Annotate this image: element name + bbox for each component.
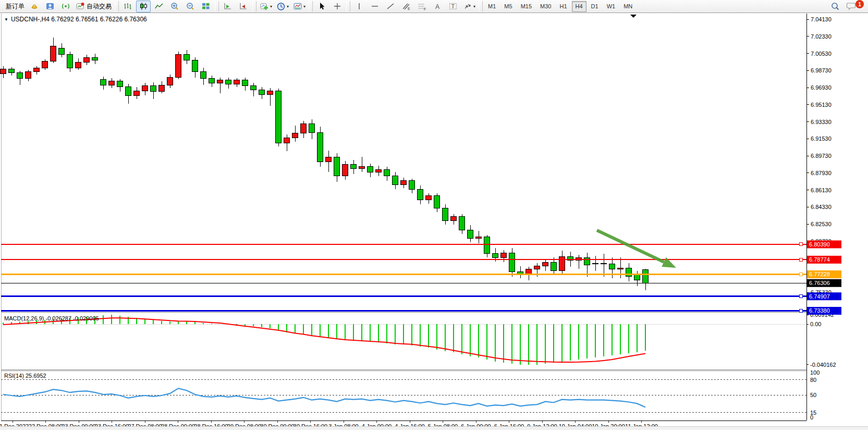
timeframe-button-h1[interactable]: H1 [556, 1, 570, 12]
line-chart-mode-icon[interactable] [152, 1, 166, 13]
chart-window[interactable]: ▼ USDCNH-,H4 6.76292 6.76561 6.76226 6.7… [0, 14, 868, 430]
candle [92, 54, 98, 64]
candle [301, 121, 307, 138]
hline-6.80390[interactable]: 6.80390 [1, 240, 841, 248]
arrows-tool-button[interactable]: ▾ [461, 1, 477, 13]
zoom-in-icon[interactable] [167, 1, 182, 13]
candle [276, 89, 282, 146]
auto-scroll-icon[interactable] [221, 1, 235, 13]
timeframe-button-h4[interactable]: H4 [572, 1, 586, 12]
candle [476, 231, 482, 243]
price-tick-label: 6.93330 [811, 119, 832, 125]
price-tick-label: 6.82530 [811, 221, 832, 227]
candle [51, 38, 56, 63]
candle [368, 164, 373, 177]
line-drag-handle[interactable] [799, 258, 802, 261]
candlestick-chart-mode-icon[interactable] [136, 1, 151, 13]
text-label-tool-button[interactable]: T [446, 1, 460, 13]
rsi-axis-label: 80 [810, 377, 816, 383]
periods-button[interactable]: ▾ [275, 1, 290, 13]
notification-badge[interactable]: 1 [855, 0, 864, 8]
candle [284, 134, 290, 152]
price-tick-label: 6.84330 [811, 204, 832, 210]
templates-button[interactable]: ▾ [291, 1, 307, 13]
chart-title-ohlc: USDCNH-,H4 6.76292 6.76561 6.76226 6.763… [11, 16, 147, 23]
candle [518, 266, 523, 279]
timeframe-button-m5[interactable]: M5 [500, 1, 516, 12]
text-tool-button[interactable]: A [430, 1, 445, 13]
candle [126, 84, 131, 104]
line-drag-handle[interactable] [799, 243, 802, 246]
macd-axis-label: 0.00 [810, 321, 821, 327]
candle [351, 160, 357, 174]
candle [234, 78, 240, 86]
new-order-button[interactable]: 新订单 [3, 1, 26, 13]
timeframe-button-d1[interactable]: D1 [588, 1, 602, 12]
horizontal-line-tool-button[interactable] [368, 1, 382, 13]
price-tick-label: 6.91530 [811, 135, 832, 142]
toolbar-separator [252, 1, 256, 11]
timeframe-button-m15[interactable]: M15 [517, 1, 535, 12]
timeframe-button-w1[interactable]: W1 [603, 1, 619, 12]
scroll-marker-icon[interactable] [630, 15, 637, 18]
timeframe-button-m1[interactable]: M1 [484, 1, 499, 12]
chart-shift-icon[interactable] [236, 1, 251, 13]
svg-text:E: E [408, 7, 410, 10]
candle [484, 235, 490, 258]
one-click-trading-arrow-icon[interactable]: ▼ [4, 17, 8, 22]
fibonacci-tool-button[interactable]: F [414, 1, 429, 13]
line-drag-handle[interactable] [799, 273, 802, 276]
line-drag-handle[interactable] [799, 295, 802, 298]
bar-chart-mode-icon[interactable] [120, 1, 135, 13]
toolbar-separator [309, 1, 313, 11]
equidistant-channel-tool-button[interactable]: E [399, 1, 413, 13]
line-drag-handle[interactable] [799, 309, 802, 312]
price-tick-label: 6.87930 [811, 170, 832, 176]
candle [292, 126, 298, 142]
candle [418, 185, 423, 204]
candle [309, 119, 315, 139]
indicators-button[interactable]: ▾ [258, 1, 274, 13]
candle [576, 255, 582, 269]
candle [192, 57, 198, 77]
tile-windows-icon[interactable] [199, 1, 213, 13]
cursor-tool-button[interactable] [314, 1, 329, 13]
chart-info-line: ▼ USDCNH-,H4 6.76292 6.76561 6.76226 6.7… [4, 16, 147, 23]
candle [401, 178, 407, 188]
candle [334, 153, 340, 182]
rsi-label: RSI(14) 25.6952 [4, 373, 46, 379]
candle [601, 254, 607, 277]
price-tick-label: 6.98730 [811, 67, 832, 73]
zoom-out-icon[interactable] [183, 1, 198, 13]
candle [434, 193, 440, 212]
chart-canvas[interactable]: 7.041307.023307.005306.987306.969306.951… [0, 14, 868, 430]
trend-arrow[interactable] [597, 230, 676, 268]
candle [84, 55, 90, 65]
hline-6.73380[interactable]: 6.73380 [1, 307, 841, 315]
price-tick-label: 7.00530 [811, 51, 832, 57]
candle [443, 204, 448, 224]
price-tick-label: 6.95130 [811, 102, 832, 108]
hline-6.74907[interactable]: 6.74907 [1, 292, 841, 300]
autotrade-button[interactable]: 自动交易 [74, 1, 113, 13]
svg-text:A: A [435, 3, 439, 10]
candle [317, 127, 323, 166]
candle [359, 157, 365, 172]
community-profile-icon[interactable] [43, 1, 57, 13]
signals-icon[interactable] [58, 1, 73, 13]
main-toolbar: 新订单 自动交易 [0, 0, 868, 13]
candle [376, 166, 382, 176]
hline-6.78774[interactable]: 6.78774 [1, 256, 841, 264]
crosshair-tool-button[interactable] [330, 1, 345, 13]
hline-6.77228[interactable]: 6.77228 [1, 270, 841, 278]
vertical-line-tool-button[interactable] [352, 1, 366, 13]
search-icon[interactable] [828, 1, 842, 13]
gold-ingot-icon[interactable] [27, 1, 42, 13]
candle [468, 225, 473, 242]
dropdown-caret-icon: ▾ [287, 4, 289, 9]
timeframe-button-mn[interactable]: MN [620, 1, 636, 12]
trendline-tool-button[interactable] [383, 1, 398, 13]
timeframe-button-m30[interactable]: M30 [536, 1, 555, 12]
candle [559, 251, 565, 274]
hline-6.76306[interactable]: 6.76306 [1, 279, 841, 287]
